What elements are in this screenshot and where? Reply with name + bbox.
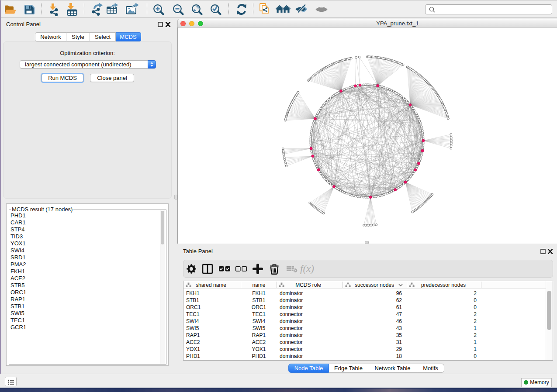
svg-text:f(x): f(x): [300, 263, 314, 274]
